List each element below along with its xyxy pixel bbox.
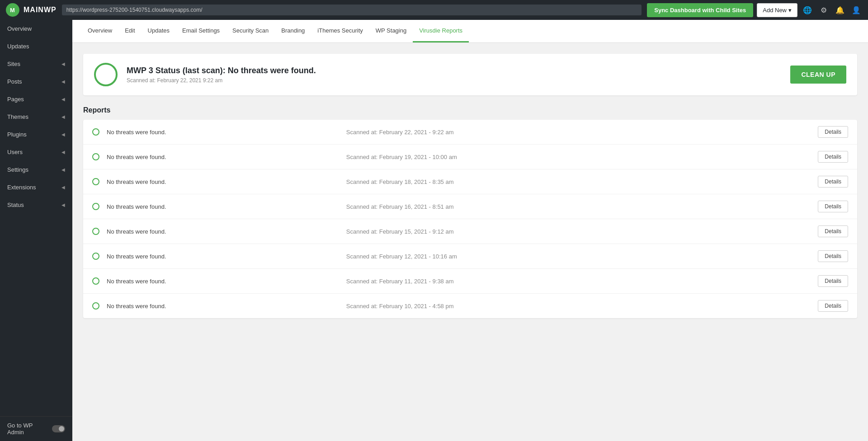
sidebar-item-label: Themes (7, 113, 28, 120)
chevron-right-icon: ◀ (61, 167, 65, 172)
table-row: No threats were found. Scanned at: Febru… (83, 145, 857, 169)
sidebar-item-label: Settings (7, 166, 28, 173)
tab-virusdie-reports[interactable]: Virusdie Reports (413, 20, 469, 42)
sidebar-item-users[interactable]: Users ◀ (0, 143, 72, 161)
status-info: MWP 3 Status (last scan): No threats wer… (127, 66, 781, 84)
report-status-text: No threats were found. (107, 203, 339, 210)
chevron-right-icon: ◀ (61, 132, 65, 137)
report-status-text: No threats were found. (107, 154, 339, 160)
details-button[interactable]: Details (818, 151, 848, 163)
cleanup-button[interactable]: CLEAN UP (790, 66, 846, 84)
report-date: Scanned at: February 10, 2021 - 4:58 pm (346, 303, 811, 310)
sidebar-item-label: Extensions (7, 184, 36, 191)
reports-title: Reports (83, 106, 857, 114)
report-status-icon (92, 277, 99, 285)
chevron-right-icon: ◀ (61, 79, 65, 84)
add-new-label: Add New (763, 7, 787, 14)
goto-wp-admin[interactable]: Go to WP Admin (0, 416, 72, 441)
details-button[interactable]: Details (818, 275, 848, 287)
chevron-right-icon: ◀ (61, 202, 65, 207)
sidebar-item-label: Posts (7, 78, 22, 85)
add-new-button[interactable]: Add New ▾ (757, 3, 797, 17)
sidebar-item-updates[interactable]: Updates (0, 38, 72, 55)
globe-icon[interactable]: 🌐 (801, 4, 814, 16)
toggle-switch[interactable] (52, 425, 65, 432)
topbar-actions: Sync Dashboard with Child Sites Add New … (647, 3, 863, 17)
topbar: M MAINWP https://wordpress-275200-154075… (0, 0, 868, 20)
table-row: No threats were found. Scanned at: Febru… (83, 194, 857, 219)
tab-ithemes-security[interactable]: iThemes Security (311, 20, 369, 42)
sidebar-item-sites[interactable]: Sites ◀ (0, 55, 72, 73)
svg-text:M: M (10, 7, 15, 14)
report-status-icon (92, 128, 99, 136)
chevron-right-icon: ◀ (61, 97, 65, 102)
status-box: MWP 3 Status (last scan): No threats wer… (83, 54, 857, 95)
sidebar-item-label: Status (7, 202, 24, 208)
sidebar-item-status[interactable]: Status ◀ (0, 196, 72, 214)
sidebar-item-label: Users (7, 149, 23, 155)
url-bar[interactable]: https://wordpress-275200-1540751.cloudwa… (62, 5, 642, 15)
content-area: MWP 3 Status (last scan): No threats wer… (72, 43, 868, 441)
status-subtitle: Scanned at: February 22, 2021 9:22 am (127, 77, 781, 84)
report-date: Scanned at: February 18, 2021 - 8:35 am (346, 178, 811, 185)
tab-updates[interactable]: Updates (142, 20, 176, 42)
logo-icon: M (5, 3, 20, 17)
logo[interactable]: M MAINWP (5, 3, 57, 17)
details-button[interactable]: Details (818, 225, 848, 237)
settings-icon[interactable]: ⚙ (817, 4, 830, 16)
details-button[interactable]: Details (818, 126, 848, 138)
report-status-text: No threats were found. (107, 228, 339, 235)
tab-branding[interactable]: Branding (275, 20, 311, 42)
details-button[interactable]: Details (818, 201, 848, 212)
status-circle-icon (94, 63, 118, 86)
sidebar: Overview Updates Sites ◀ Posts ◀ Pages ◀… (0, 20, 72, 441)
report-status-icon (92, 203, 99, 210)
report-status-text: No threats were found. (107, 178, 339, 185)
report-status-icon (92, 253, 99, 260)
table-row: No threats were found. Scanned at: Febru… (83, 219, 857, 244)
goto-wp-admin-label: Go to WP Admin (7, 422, 48, 436)
tab-wp-staging[interactable]: WP Staging (369, 20, 413, 42)
sidebar-item-label: Plugins (7, 131, 27, 138)
tab-email-settings[interactable]: Email Settings (176, 20, 226, 42)
sidebar-item-settings[interactable]: Settings ◀ (0, 161, 72, 178)
sidebar-item-label: Sites (7, 61, 20, 67)
bell-icon[interactable]: 🔔 (834, 4, 846, 16)
sidebar-item-overview[interactable]: Overview (0, 20, 72, 38)
sidebar-item-posts[interactable]: Posts ◀ (0, 73, 72, 90)
tab-security-scan[interactable]: Security Scan (226, 20, 275, 42)
report-status-icon (92, 178, 99, 185)
details-button[interactable]: Details (818, 300, 848, 312)
report-status-icon (92, 228, 99, 235)
tab-edit[interactable]: Edit (118, 20, 141, 42)
chevron-right-icon: ◀ (61, 114, 65, 119)
main-content: Overview Edit Updates Email Settings Sec… (72, 20, 868, 441)
table-row: No threats were found. Scanned at: Febru… (83, 169, 857, 194)
chevron-right-icon: ◀ (61, 185, 65, 190)
tab-overview[interactable]: Overview (81, 20, 118, 42)
report-status-text: No threats were found. (107, 278, 339, 285)
user-icon[interactable]: 👤 (850, 4, 863, 16)
sidebar-item-pages[interactable]: Pages ◀ (0, 90, 72, 108)
reports-table: No threats were found. Scanned at: Febru… (83, 120, 857, 318)
sync-dashboard-button[interactable]: Sync Dashboard with Child Sites (647, 3, 753, 17)
details-button[interactable]: Details (818, 250, 848, 262)
report-status-text: No threats were found. (107, 303, 339, 310)
chevron-down-icon: ▾ (788, 7, 792, 14)
report-status-icon (92, 302, 99, 310)
sub-nav: Overview Edit Updates Email Settings Sec… (72, 20, 868, 43)
sidebar-item-plugins[interactable]: Plugins ◀ (0, 126, 72, 143)
report-date: Scanned at: February 15, 2021 - 9:12 am (346, 228, 811, 235)
sidebar-item-themes[interactable]: Themes ◀ (0, 108, 72, 126)
report-date: Scanned at: February 11, 2021 - 9:38 am (346, 278, 811, 285)
report-status-icon (92, 153, 99, 160)
chevron-right-icon: ◀ (61, 61, 65, 66)
table-row: No threats were found. Scanned at: Febru… (83, 269, 857, 294)
sidebar-item-label: Pages (7, 96, 24, 103)
table-row: No threats were found. Scanned at: Febru… (83, 120, 857, 145)
report-date: Scanned at: February 19, 2021 - 10:00 am (346, 154, 811, 160)
status-title: MWP 3 Status (last scan): No threats wer… (127, 66, 781, 75)
details-button[interactable]: Details (818, 176, 848, 188)
sidebar-item-extensions[interactable]: Extensions ◀ (0, 178, 72, 196)
report-date: Scanned at: February 22, 2021 - 9:22 am (346, 129, 811, 136)
